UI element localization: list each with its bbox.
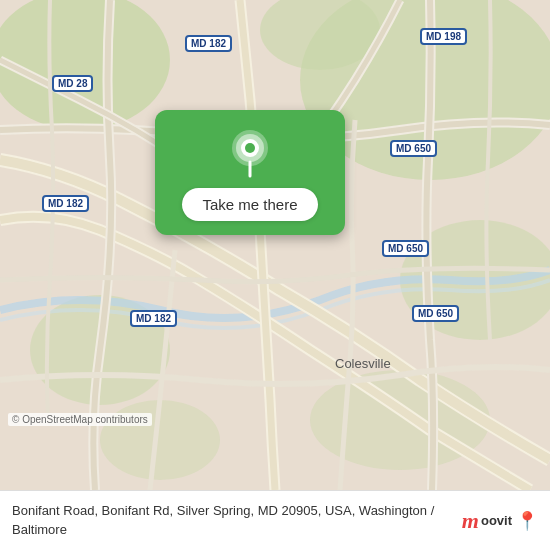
take-me-there-button[interactable]: Take me there: [182, 188, 317, 221]
svg-point-12: [245, 143, 255, 153]
road-badge-md198: MD 198: [420, 28, 467, 45]
road-badge-md182-left: MD 182: [42, 195, 89, 212]
road-badge-md650-mid: MD 650: [382, 240, 429, 257]
bottom-bar: Bonifant Road, Bonifant Rd, Silver Sprin…: [0, 490, 550, 550]
moovit-pin-icon: 📍: [516, 510, 538, 532]
road-badge-md28: MD 28: [52, 75, 93, 92]
road-badge-md182-bottom: MD 182: [130, 310, 177, 327]
road-badge-md650-lower: MD 650: [412, 305, 459, 322]
road-badge-md650-top: MD 650: [390, 140, 437, 157]
road-badge-md182-top: MD 182: [185, 35, 232, 52]
svg-text:Colesville: Colesville: [335, 356, 391, 371]
moovit-name: oovit: [481, 513, 512, 528]
copyright-notice: © OpenStreetMap contributors: [8, 413, 152, 426]
location-pin-icon: [229, 128, 271, 178]
location-popup: Take me there: [155, 110, 345, 235]
moovit-logo: m oovit 📍: [462, 508, 538, 534]
map-container: Colesville MD 182 MD 198 MD 28 MD 182 MD…: [0, 0, 550, 490]
moovit-letter: m: [462, 508, 479, 534]
address-text: Bonifant Road, Bonifant Rd, Silver Sprin…: [12, 502, 462, 538]
